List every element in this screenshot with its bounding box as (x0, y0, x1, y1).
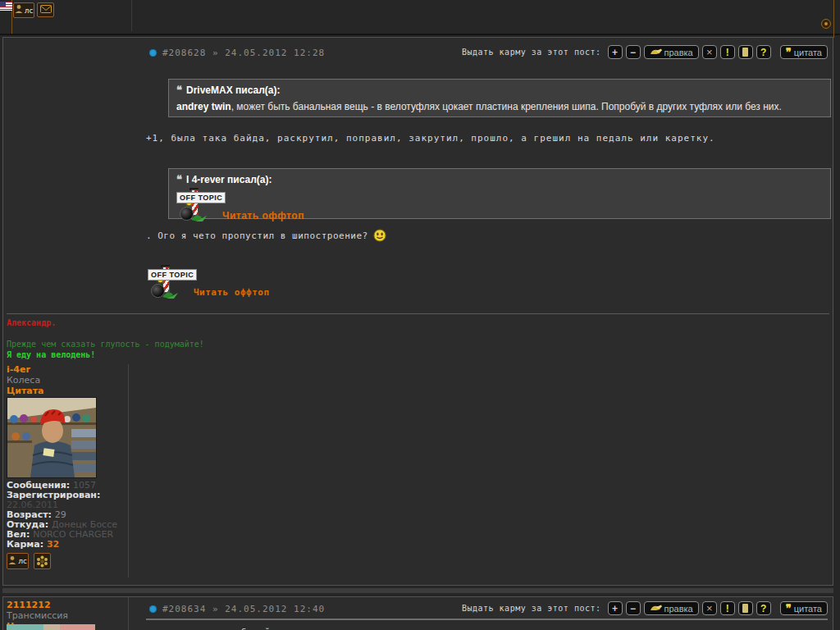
post-bullet-icon[interactable] (149, 605, 157, 613)
pm-button[interactable]: лс (13, 2, 34, 18)
report-button[interactable]: ! (720, 601, 735, 615)
stat-label: Карма: (7, 539, 43, 550)
post-meta-separator: » (212, 604, 219, 614)
quote-icon: ❞ (786, 48, 792, 57)
profile-divider-top (131, 0, 132, 31)
quoted-text: , может быть банальная вещь - в велотуфл… (231, 101, 782, 112)
stat-age: Возраст: 29 (7, 509, 66, 519)
quote-button[interactable]: ❞ цитата (780, 601, 828, 615)
quote-author: I 4-rever писал(а): (186, 174, 272, 185)
pm-button-label: лс (25, 7, 34, 15)
user-avatar[interactable] (7, 624, 95, 630)
pm-button-label: лс (18, 557, 27, 565)
envelope-icon (40, 5, 52, 16)
leaves-icon (191, 211, 208, 221)
question-icon: ? (760, 47, 766, 58)
aside-text: . Ого я чето пропустил в шипостроение? (146, 231, 368, 241)
username-link[interactable]: i-4er (7, 364, 30, 375)
edit-button[interactable]: правка (644, 45, 699, 59)
stat-value: 32 (47, 539, 59, 550)
user-rank: Колеса (7, 375, 40, 386)
username-link[interactable]: 2111212 (7, 600, 51, 610)
post-datetime: 24.05.2012 12:40 (225, 604, 325, 614)
question-button[interactable]: ? (756, 601, 771, 615)
signature-motto: Прежде чем сказать глупость - подумайте! (7, 340, 204, 349)
us-flag-icon (0, 2, 12, 11)
leaves-icon (162, 288, 179, 299)
user-avatar[interactable] (7, 397, 97, 478)
karma-plus-button[interactable]: + (608, 601, 623, 615)
delete-button[interactable]: × (702, 45, 717, 59)
read-offtopic-link[interactable]: Читать оффтоп (194, 287, 270, 298)
edit-button-label: правка (664, 604, 693, 614)
post-header: #208634 » 24.05.2012 12:40 (149, 604, 325, 614)
warn-icon: ! (726, 603, 729, 614)
info-page-button[interactable] (738, 45, 753, 59)
pm-button[interactable]: лс (7, 553, 29, 569)
quote-button-label: цитата (794, 604, 822, 614)
smiley-icon (373, 229, 386, 242)
clipped-text-fragment: бй (241, 627, 288, 630)
back-to-top-button[interactable] (821, 19, 831, 29)
stat-from: Откуда: Донецк Боссе (7, 519, 117, 529)
post-header: #208628 » 24.05.2012 12:28 (149, 48, 325, 58)
profile-buttons: лс (7, 553, 51, 569)
edit-button[interactable]: правка (644, 601, 699, 615)
profile-divider (128, 364, 129, 578)
x-icon: × (706, 602, 713, 614)
sheet-icon (742, 604, 748, 613)
karma-label: Выдать карму за этот пост: (462, 48, 601, 57)
question-button[interactable]: ? (756, 45, 771, 59)
quote-button-label: цитата (794, 48, 822, 57)
stat-registered-value: 22.06.2011 (7, 500, 58, 509)
email-button[interactable] (37, 2, 54, 17)
post-208634: 2111212 Трансмиссия Цитата #208634 » 24.… (2, 596, 833, 630)
post-datetime: 24.05.2012 12:28 (225, 48, 325, 58)
quote-header: ❝DriveMAX писал(а): (176, 84, 823, 96)
offtopic-label: OFF TOPIC (176, 192, 226, 203)
edit-button-label: правка (664, 48, 693, 57)
question-icon: ? (760, 603, 766, 614)
offtopic-spoiler: OFF TOPIC Читать оффтоп (148, 267, 394, 304)
post-aside-line: . Ого я чето пропустил в шипостроение? (146, 229, 386, 242)
karma-controls: Выдать карму за этот пост: + − правка × … (462, 601, 828, 615)
post-number[interactable]: #208628 (162, 48, 206, 58)
post-number[interactable]: #208634 (162, 604, 206, 614)
post-separator-band (2, 588, 833, 593)
quote-block-drivemax: ❝DriveMAX писал(а): andrey twin, может б… (168, 79, 831, 117)
post-208628: #208628 » 24.05.2012 12:28 Выдать карму … (2, 37, 833, 586)
gear-flower-icon (36, 555, 48, 568)
avatar-photo (7, 398, 96, 477)
warn-icon: ! (726, 47, 729, 58)
karma-minus-button[interactable]: − (626, 601, 641, 615)
info-page-button[interactable] (738, 601, 753, 615)
user-rank: Трансмиссия (7, 610, 68, 621)
stat-karma: Карма: 32 (7, 539, 59, 549)
post-top-rule (146, 619, 828, 620)
quote-block-i4rever: ❝I 4-rever писал(а): OFF TOPIC Читать оф… (168, 168, 831, 219)
stat-bike: Вел: NORCO CHARGER (7, 529, 113, 539)
karma-label: Выдать карму за этот пост: (462, 604, 601, 613)
read-offtopic-link[interactable]: Читать оффтоп (222, 210, 304, 221)
post-meta: #208628 » 24.05.2012 12:28 (162, 48, 325, 58)
edit-hand-icon (650, 604, 662, 613)
post-meta-separator: » (212, 48, 219, 58)
delete-button[interactable]: × (702, 601, 717, 615)
website-button[interactable] (34, 553, 51, 569)
signature-name: Александр. (7, 318, 56, 327)
stat-registered-label: Зарегистрирован: (7, 490, 100, 500)
frame-border-right-top (833, 0, 834, 38)
karma-plus-button[interactable]: + (608, 45, 623, 59)
stat-messages: Сообщения: 1057 (7, 480, 96, 490)
quote-body: andrey twin, может быть банальная вещь -… (176, 101, 823, 112)
report-button[interactable]: ! (720, 45, 735, 59)
profile-quote-link[interactable]: Цитата (7, 386, 44, 396)
quote-icon: ❞ (786, 605, 792, 613)
quote-button[interactable]: ❞ цитата (780, 45, 828, 59)
karma-controls: Выдать карму за этот пост: + − правка × … (462, 45, 828, 59)
offtopic-label: OFF TOPIC (148, 269, 197, 281)
profile-divider (128, 597, 129, 630)
karma-minus-button[interactable]: − (626, 45, 641, 59)
post-bullet-icon[interactable] (149, 49, 157, 57)
quote-author: DriveMAX писал(а): (186, 84, 280, 96)
